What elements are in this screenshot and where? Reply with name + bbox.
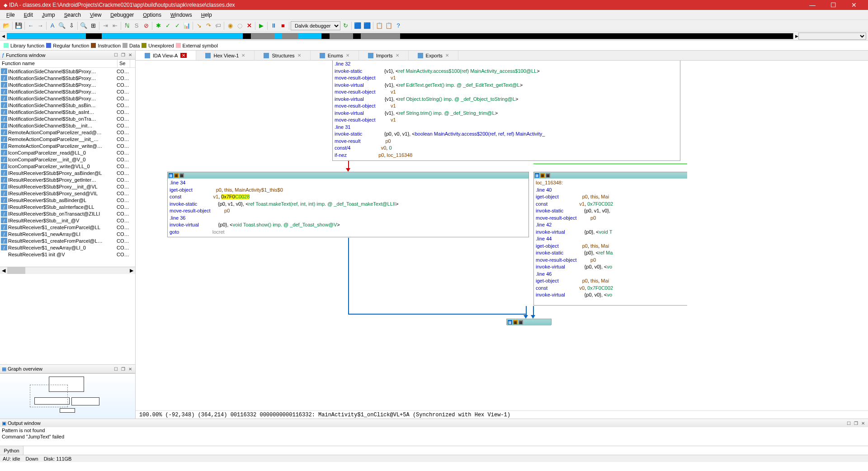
search-binary-icon[interactable]: 🔍 <box>57 21 66 30</box>
navigation-band[interactable] <box>7 33 793 39</box>
graph-node-bottom[interactable]: ▦ ▦ ▦ <box>506 319 552 325</box>
graph-overview-canvas[interactable] <box>0 373 135 419</box>
function-row[interactable]: fIResultReceiver$Stub$Proxy__init_@VLCO… <box>0 183 135 190</box>
menu-help[interactable]: Help <box>197 11 217 19</box>
code-line[interactable]: if-nez p0, loc_116348 <box>335 152 678 159</box>
code-line[interactable]: .line 40 <box>536 187 685 194</box>
nav-left-icon[interactable]: ◀ <box>2 34 5 38</box>
code-line[interactable]: .line 36 <box>170 215 527 222</box>
goto-icon[interactable]: ◉ <box>226 21 235 30</box>
code-line[interactable]: move-result-object v1 <box>335 75 678 82</box>
code-line[interactable]: move-result-object v1 <box>335 117 678 124</box>
code-line[interactable]: .line 34 <box>170 179 527 187</box>
function-row[interactable]: fINotificationSideChannel$Stub$Proxy…CO… <box>0 95 135 102</box>
opanel-close-icon[interactable]: ✕ <box>860 420 866 426</box>
code-line[interactable]: iget-object p0, this, MainActivity$1_thi… <box>170 187 527 194</box>
function-row[interactable]: fIResultReceiver$Stub_asInterface@LLCO… <box>0 203 135 210</box>
maximize-button[interactable]: ☐ <box>823 0 844 10</box>
python-input[interactable] <box>24 446 868 455</box>
code-line[interactable]: const v0, 0x7F0C002 <box>536 285 685 292</box>
close-button[interactable]: ✕ <box>844 0 864 10</box>
code-line[interactable]: const/4 v0, 0 <box>335 145 678 152</box>
code-line[interactable]: move-result-object v1 <box>335 89 678 96</box>
code-line[interactable]: iget-object p0, this, Mai <box>536 193 685 201</box>
function-row[interactable]: fIResultReceiver$Stub$Proxy_send@VILCO… <box>0 190 135 197</box>
next-search-icon[interactable]: ⇩ <box>67 21 76 30</box>
code-line[interactable]: goto locret <box>170 229 527 236</box>
code-line[interactable]: invoke-static {v1}, <ref MainActivity.ac… <box>335 68 678 75</box>
terminate-icon[interactable]: ■ <box>278 21 288 30</box>
code-line[interactable]: .line 46 <box>536 271 685 278</box>
code-line[interactable]: loc_116348: <box>536 179 685 187</box>
gpanel-minimize-icon[interactable]: ☐ <box>113 366 119 372</box>
string-icon[interactable]: S <box>132 21 141 30</box>
function-row[interactable]: fIResultReceiver$Stub_asBinder@LCO… <box>0 197 135 203</box>
code-line[interactable]: invoke-virtual {v1}, <ref Object.toStrin… <box>335 96 678 103</box>
function-row[interactable]: fRemoteActionCompatParcelizer__init_…CO… <box>0 136 135 142</box>
unmark-icon[interactable]: ✓ <box>173 21 182 30</box>
menu-jump[interactable]: Jump <box>38 11 60 19</box>
code-line[interactable]: invoke-static {p0, v0, v1}, <boolean Mai… <box>335 131 678 138</box>
function-row[interactable]: fIResultReceiver$Stub$Proxy_getInter…CO… <box>0 176 135 183</box>
code-line[interactable]: invoke-virtual {p0}, <void T <box>536 229 685 236</box>
menu-debugger[interactable]: Debugger <box>106 11 138 19</box>
code-line[interactable]: invoke-static {p0, v1, v0}, <box>536 207 685 215</box>
pause-icon[interactable]: ⏸ <box>269 21 278 30</box>
tab-structures[interactable]: Structures✕ <box>255 51 310 60</box>
tab-hex-view-1[interactable]: Hex View-1✕ <box>196 51 255 60</box>
function-row[interactable]: fINotificationSideChannel$Stub$Proxy…CO… <box>0 88 135 95</box>
functions-scrollbar[interactable]: ◀ ▶ <box>0 267 135 274</box>
function-row[interactable]: fIResultReceiver$Stub$Proxy_asBinder@LCO… <box>0 170 135 176</box>
panel-minimize-icon[interactable]: ☐ <box>113 52 119 58</box>
tab-enums[interactable]: Enums✕ <box>311 51 359 60</box>
open-icon[interactable]: 📂 <box>2 21 11 30</box>
panel-restore-icon[interactable]: ❐ <box>120 52 126 58</box>
tab-close-icon[interactable]: ✕ <box>180 53 187 58</box>
function-row[interactable]: fRemoteActionCompatParcelizer_write@…CO… <box>0 142 135 149</box>
code-line[interactable]: const v1, 0x7F0C002 <box>536 201 685 208</box>
code-line[interactable]: invoke-virtual {v1}, <ref EditText.getTe… <box>335 82 678 89</box>
function-row[interactable]: fResultReceiver$1_createFromParcel@L…CO… <box>0 237 135 244</box>
opanel-minimize-icon[interactable]: ☐ <box>845 420 852 426</box>
code-line[interactable]: move-result-object p0 <box>536 257 685 264</box>
function-row[interactable]: fResultReceiver$1_newArray@LI_0CO… <box>0 244 135 251</box>
code-line[interactable]: iget-object p0, this, Mai <box>536 278 685 285</box>
tag-icon[interactable]: 🏷 <box>213 21 222 30</box>
bp2-icon[interactable]: 🟦 <box>363 21 372 30</box>
function-row[interactable]: fResultReceiver$1_createFromParcel@LLCO… <box>0 224 135 231</box>
graph-node-right[interactable]: ▦ ▦ ▦ loc_116348:.line 40iget-object p0,… <box>533 172 687 306</box>
graph-node-top[interactable]: .line 32invoke-static {v1}, <ref MainAct… <box>332 61 680 161</box>
graph-icon[interactable]: ⊞ <box>89 21 98 30</box>
code-line[interactable]: .line 32 <box>335 61 678 68</box>
code-line[interactable]: .line 42 <box>536 221 685 229</box>
tab-exports[interactable]: Exports✕ <box>409 51 458 60</box>
code-line[interactable]: move-result-object v1 <box>335 103 678 110</box>
help-icon[interactable]: ? <box>394 21 403 30</box>
xref-to-icon[interactable]: ⇥ <box>101 21 110 30</box>
bp-icon[interactable]: 🟦 <box>353 21 362 30</box>
function-row[interactable]: fIconCompatParcelizer_read@LL_0CO… <box>0 149 135 156</box>
function-row[interactable]: fINotificationSideChannel$Stub$Proxy…CO… <box>0 75 135 81</box>
zoom-icon[interactable]: 🔍 <box>79 21 88 30</box>
code-line[interactable]: invoke-static {p0, v1, v0}, <ref Toast.m… <box>170 201 527 208</box>
col-segment[interactable]: Se <box>118 60 130 67</box>
function-row[interactable]: fResultReceiver$1_newArray@LICO… <box>0 231 135 237</box>
tab-close-icon[interactable]: ✕ <box>297 53 301 58</box>
back-icon[interactable]: ← <box>26 21 35 30</box>
function-row[interactable]: fIconCompatParcelizer__init_@V_0CO… <box>0 156 135 163</box>
code-line[interactable]: invoke-virtual {p0, v0}, <vo <box>536 292 685 299</box>
function-row[interactable]: fRemoteActionCompatParcelizer_read@…CO… <box>0 129 135 136</box>
hex-icon[interactable]: ℕ <box>123 21 132 30</box>
step-into-icon[interactable]: ↘ <box>194 21 203 30</box>
code-line[interactable]: .line 44 <box>536 236 685 243</box>
function-row[interactable]: fINotificationSideChannel$Stub$Proxy…CO… <box>0 68 135 75</box>
tab-imports[interactable]: Imports✕ <box>359 51 409 60</box>
mark-icon[interactable]: ✓ <box>163 21 172 30</box>
panel-close-icon[interactable]: ✕ <box>127 52 133 58</box>
function-row[interactable]: fINotificationSideChannel$Stub_asBin…CO… <box>0 102 135 108</box>
plugin-icon[interactable]: 📋 <box>384 21 393 30</box>
tab-close-icon[interactable]: ✕ <box>445 53 449 58</box>
graph-view[interactable]: .line 32invoke-static {v1}, <ref MainAct… <box>136 61 868 410</box>
code-line[interactable]: iget-object p0, this, Mai <box>536 243 685 250</box>
run-icon[interactable]: ▶ <box>257 21 266 30</box>
